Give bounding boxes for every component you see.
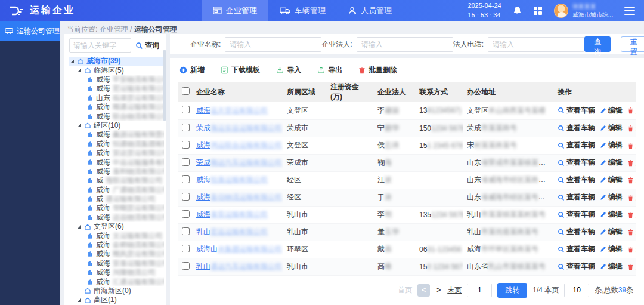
delete-button[interactable]: 删除 — [627, 261, 636, 272]
batch-delete-button[interactable]: 批量删除 — [358, 65, 397, 75]
tree-district-node[interactable]: 临港区(5) — [69, 66, 164, 75]
tree-company-node[interactable]: 威通运输有限公司 — [69, 195, 164, 204]
tree-company-node[interactable]: 威海文运输有限公司 — [69, 231, 164, 240]
row-checkbox[interactable] — [182, 158, 190, 166]
company-name-link[interactable]: 威海远大货运有限公司 — [196, 106, 268, 115]
tree-company-node[interactable]: 威海中远运输服务有限公司 — [69, 158, 164, 167]
edit-button[interactable]: 编辑 — [600, 261, 623, 272]
tree-company-node[interactable]: 威海达远物流有限公司 — [69, 213, 164, 222]
view-vehicles-button[interactable]: 查看车辆 — [558, 227, 595, 237]
tree-district-node[interactable]: 文登区(6) — [69, 222, 164, 231]
tree-company-node[interactable]: 威海宏运输送有限公司 — [69, 84, 164, 93]
delete-button[interactable]: 删除 — [627, 106, 636, 116]
view-vehicles-button[interactable]: 查看车辆 — [558, 158, 595, 168]
delete-button[interactable]: 删除 — [627, 244, 636, 254]
delete-button[interactable]: 删除 — [627, 140, 636, 150]
filter-search-button[interactable]: 查询 — [584, 36, 611, 52]
tree-company-node[interactable]: 威海汇通运输有限公司 — [69, 277, 164, 286]
pagination-next-button[interactable]: > — [435, 286, 442, 294]
row-checkbox[interactable] — [182, 193, 190, 201]
view-vehicles-button[interactable]: 查看车辆 — [558, 175, 595, 185]
company-name-link[interactable]: 威海泰安运输有限公司 — [196, 210, 268, 218]
edit-button[interactable]: 编辑 — [600, 210, 623, 220]
tree-scrollbar[interactable] — [163, 50, 166, 121]
company-name-link[interactable]: 乳山宏远运输有限公司 — [196, 227, 268, 236]
delete-button[interactable]: 删除 — [627, 158, 636, 168]
view-vehicles-button[interactable]: 查看车辆 — [558, 106, 595, 116]
select-all-checkbox[interactable] — [182, 87, 190, 95]
tree-district-node[interactable]: 南海新区(0) — [69, 286, 164, 295]
tree-company-node[interactable]: 威海金桥物流有限公司 — [69, 241, 164, 249]
view-vehicles-button[interactable]: 查看车辆 — [558, 210, 595, 220]
hamburger-icon[interactable] — [624, 7, 635, 15]
tree-search-input[interactable] — [69, 38, 131, 53]
view-vehicles-button[interactable]: 查看车辆 — [558, 123, 595, 133]
export-button[interactable]: 导出 — [317, 65, 342, 75]
tree-company-node[interactable]: 威海恒通物流集团有限公司 — [69, 140, 164, 149]
company-name-link[interactable]: 威海嘉信物流运输有限公司 — [196, 193, 282, 201]
bell-icon[interactable] — [513, 6, 522, 16]
row-checkbox[interactable] — [182, 245, 190, 252]
tab-enterprise-management[interactable]: 企业管理 — [202, 0, 268, 21]
company-name-link[interactable]: 威海恒泰运输有限公司 — [196, 175, 268, 184]
download-template-button[interactable]: 下载模板 — [221, 65, 260, 75]
edit-button[interactable]: 编辑 — [600, 244, 623, 254]
tree-company-node[interactable]: 威海华顺货运有限公司 — [69, 204, 164, 212]
page-size-input[interactable] — [564, 284, 589, 297]
view-vehicles-button[interactable]: 查看车辆 — [558, 192, 595, 202]
view-vehicles-button[interactable]: 查看车辆 — [558, 244, 595, 254]
tree-company-node[interactable]: 威海安达货运有限公司 — [69, 149, 164, 158]
tree-company-node[interactable]: 威海安泰运输有限公司 — [69, 259, 164, 268]
tree-company-node[interactable]: 威海鑫源运输有限责任公司 — [69, 130, 164, 139]
company-name-link[interactable]: 荣成海运实业运输有限公司 — [196, 124, 282, 132]
import-button[interactable]: 导入 — [276, 65, 301, 75]
view-vehicles-button[interactable]: 查看车辆 — [558, 261, 595, 272]
tree-company-node[interactable]: 威海泰和物流有限公司 — [69, 167, 164, 176]
view-vehicles-button[interactable]: 查看车辆 — [558, 140, 595, 150]
delete-button[interactable]: 删除 — [627, 227, 636, 237]
tree-district-node[interactable]: 经区(10) — [69, 121, 164, 130]
tree-company-node[interactable]: 威海平安物流有限公司 — [69, 75, 164, 84]
sidebar-item-transport-company[interactable]: 运输公司管理 — [0, 21, 60, 41]
row-checkbox[interactable] — [182, 210, 190, 218]
company-name-link[interactable]: 威海鸿运联合运输有限公司 — [196, 141, 282, 149]
apps-grid-icon[interactable] — [533, 6, 543, 16]
delete-button[interactable]: 删除 — [627, 175, 636, 185]
delete-button[interactable]: 删除 — [627, 123, 636, 133]
edit-button[interactable]: 编辑 — [600, 227, 623, 237]
row-checkbox[interactable] — [182, 262, 190, 270]
pagination-first-button[interactable]: 首页 — [398, 285, 412, 295]
legal-phone-input[interactable] — [488, 37, 584, 52]
edit-button[interactable]: 编辑 — [600, 123, 623, 133]
row-checkbox[interactable] — [182, 124, 190, 131]
tab-vehicle-management[interactable]: 车辆管理 — [268, 0, 337, 21]
tree-company-node[interactable]: 威海顺通运输有限公司 — [69, 103, 164, 112]
pagination-last-button[interactable]: 末页 — [447, 285, 462, 295]
tree-company-node[interactable]: 威海顺风货运有限公司 — [69, 249, 164, 258]
tree-company-node[interactable]: 山东临港货运有限公司 — [69, 94, 164, 103]
user-box[interactable]: 张某某某 威海市城市综... — [554, 2, 613, 19]
edit-button[interactable]: 编辑 — [600, 175, 623, 185]
edit-button[interactable]: 编辑 — [600, 106, 623, 116]
edit-button[interactable]: 编辑 — [600, 192, 623, 202]
company-name-input[interactable] — [225, 37, 321, 52]
row-checkbox[interactable] — [182, 175, 190, 183]
delete-button[interactable]: 删除 — [627, 210, 636, 220]
company-name-link[interactable]: 威海山水集团运输有限公司 — [196, 245, 282, 253]
tree-search-button[interactable]: 查询 — [135, 41, 159, 51]
add-button[interactable]: 新增 — [179, 65, 205, 75]
pagination-prev-button[interactable]: < — [417, 284, 430, 297]
tree-district-node[interactable]: 高区(1) — [69, 295, 164, 304]
tree-company-node[interactable]: 威海广通物流有限公司 — [69, 185, 164, 194]
page-number-input[interactable] — [467, 284, 492, 297]
company-name-link[interactable]: 乳山通达汽车运输有限公司 — [196, 262, 282, 270]
row-checkbox[interactable] — [182, 141, 190, 149]
tree-company-node[interactable]: 威海联合物流有限公司 — [69, 112, 164, 121]
tree-company-node[interactable]: 威海兴隆物流公司 — [69, 268, 164, 277]
tree-company-node[interactable]: 威海联运输有限公司 — [69, 176, 164, 185]
row-checkbox[interactable] — [182, 227, 190, 235]
edit-button[interactable]: 编辑 — [600, 158, 623, 168]
tab-personnel-management[interactable]: 人员管理 — [337, 0, 403, 21]
tree-root-node[interactable]: 威海市(39) — [69, 57, 164, 66]
delete-button[interactable]: 删除 — [627, 192, 636, 202]
